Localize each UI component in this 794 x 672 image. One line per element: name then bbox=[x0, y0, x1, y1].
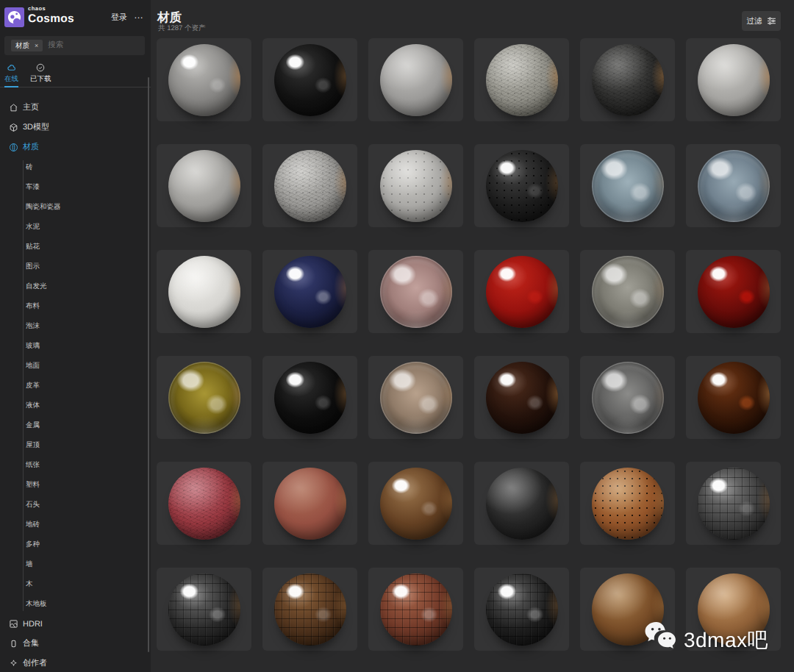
sidebar-subitem-玻璃[interactable]: 玻璃 bbox=[0, 336, 151, 356]
sidebar-subitem-自发光[interactable]: 自发光 bbox=[0, 276, 151, 296]
tag-close-icon[interactable]: × bbox=[35, 43, 38, 49]
tab-downloaded-label: 已下载 bbox=[30, 74, 51, 84]
material-card-terracotta-leather[interactable] bbox=[262, 462, 357, 545]
material-card-gray-croc[interactable] bbox=[686, 462, 781, 545]
material-sphere-gray-croc bbox=[698, 468, 770, 540]
material-card-black-perforated[interactable] bbox=[474, 144, 569, 227]
sidebar-subitem-多种[interactable]: 多种 bbox=[0, 535, 151, 554]
material-card-red-gloss[interactable] bbox=[474, 250, 569, 333]
material-sphere-navy-gloss bbox=[274, 256, 346, 328]
sidebar-subitem-纸张[interactable]: 纸张 bbox=[0, 455, 151, 475]
material-sphere-gray-crinkle bbox=[274, 150, 346, 222]
material-sphere-taupe-glass bbox=[380, 362, 452, 434]
material-card-brown-leather[interactable] bbox=[368, 462, 463, 545]
sidebar-subitem-金属[interactable]: 金属 bbox=[0, 415, 151, 435]
material-card-black-croc[interactable] bbox=[474, 568, 569, 651]
sidebar-subitem-木地板[interactable]: 木地板 bbox=[0, 594, 151, 614]
brand-cosmos: Cosmos bbox=[28, 13, 74, 25]
material-card-matte-white[interactable] bbox=[157, 250, 251, 333]
sidebar-subitem-液体[interactable]: 液体 bbox=[0, 396, 151, 415]
chaos-cosmos-logo[interactable] bbox=[4, 7, 24, 27]
material-card-polished-light-gray[interactable] bbox=[157, 38, 251, 121]
material-sphere-gray-crackle bbox=[486, 44, 558, 116]
sidebar-subitem-贴花[interactable]: 贴花 bbox=[0, 237, 151, 257]
sidebar-subitem-车漆[interactable]: 车漆 bbox=[0, 177, 151, 197]
material-card-espresso-gloss[interactable] bbox=[474, 356, 569, 439]
sidebar-subitem-地面[interactable]: 地面 bbox=[0, 356, 151, 376]
sidebar-subitem-地砖[interactable]: 地砖 bbox=[0, 515, 151, 535]
material-card-black-leather[interactable] bbox=[474, 462, 569, 545]
search-input[interactable]: 材质 × 搜索 bbox=[4, 36, 145, 55]
material-card-red-leather[interactable] bbox=[157, 462, 251, 545]
material-card-black-crackle[interactable] bbox=[580, 38, 675, 121]
material-sphere-polished-light-gray bbox=[168, 44, 240, 116]
sidebar-subitem-泡沫[interactable]: 泡沫 bbox=[0, 316, 151, 336]
material-sphere-brown-leather bbox=[380, 468, 452, 540]
material-card-dark-red-gloss[interactable] bbox=[686, 250, 781, 333]
filter-button-label: 过滤 bbox=[747, 16, 762, 26]
material-sphere-dark-amber-glass bbox=[698, 362, 770, 434]
sidebar-subitem-图示[interactable]: 图示 bbox=[0, 257, 151, 276]
sidebar-item-creators[interactable]: 创作者 bbox=[0, 654, 151, 672]
sidebar-item-materials[interactable]: 材质 bbox=[0, 137, 151, 157]
sidebar-subitem-砖[interactable]: 砖 bbox=[0, 157, 151, 177]
login-link[interactable]: 登录 bbox=[111, 12, 127, 24]
material-card-black-croc-tiles[interactable] bbox=[157, 568, 251, 651]
sidebar-item-label: HDRI bbox=[23, 620, 43, 629]
material-card-frosted-glass[interactable] bbox=[686, 144, 781, 227]
material-card-rose-glass[interactable] bbox=[368, 250, 463, 333]
material-sphere-matte-white bbox=[168, 256, 240, 328]
source-tabs: 在线 已下载 bbox=[0, 59, 151, 87]
material-card-clear-glass[interactable] bbox=[580, 144, 675, 227]
material-card-taupe-glass[interactable] bbox=[368, 356, 463, 439]
brand-chaos: chaos bbox=[28, 6, 74, 12]
sidebar-subitem-水泥[interactable]: 水泥 bbox=[0, 217, 151, 237]
material-sphere-light-gray-stucco bbox=[698, 44, 770, 116]
material-card-gray-crackle[interactable] bbox=[474, 38, 569, 121]
material-sphere-pale-glass bbox=[592, 362, 664, 434]
check-circle-icon bbox=[36, 63, 45, 72]
material-card-light-gray-stucco[interactable] bbox=[686, 38, 781, 121]
sidebar-scrollbar[interactable] bbox=[148, 77, 149, 652]
tab-online[interactable]: 在线 bbox=[4, 59, 18, 87]
sidebar-item-label: 材质 bbox=[23, 142, 39, 153]
sidebar-subitem-墙[interactable]: 墙 bbox=[0, 554, 151, 574]
material-card-glossy-black[interactable] bbox=[262, 38, 357, 121]
sidebar-header: chaos Cosmos 登录 … bbox=[0, 0, 151, 35]
more-menu-icon[interactable]: … bbox=[134, 15, 144, 20]
main-content: 材质 共 1287 个资产 过滤 bbox=[151, 0, 794, 672]
tab-downloaded[interactable]: 已下载 bbox=[30, 59, 51, 87]
sidebar-subitem-屋顶[interactable]: 屋顶 bbox=[0, 435, 151, 455]
material-card-smoke-glass[interactable] bbox=[580, 250, 675, 333]
sidebar-item-home[interactable]: 主页 bbox=[0, 98, 151, 118]
material-card-brown-croc-wood[interactable] bbox=[262, 568, 357, 651]
sidebar-subitem-塑料[interactable]: 塑料 bbox=[0, 475, 151, 495]
filter-button[interactable]: 过滤 bbox=[742, 11, 781, 31]
material-card-amber-glass[interactable] bbox=[157, 356, 251, 439]
material-sphere-glossy-black bbox=[274, 44, 346, 116]
material-card-pale-glass[interactable] bbox=[580, 356, 675, 439]
sidebar-item-collections[interactable]: 合集 bbox=[0, 634, 151, 654]
cosmos-logo-icon bbox=[7, 10, 22, 25]
sidebar-subitem-布料[interactable]: 布料 bbox=[0, 296, 151, 316]
material-card-redbrown-croc[interactable] bbox=[368, 568, 463, 651]
material-card-black-sparkle[interactable] bbox=[262, 356, 357, 439]
material-card-gray-perforated[interactable] bbox=[368, 144, 463, 227]
sidebar-subitem-皮革[interactable]: 皮革 bbox=[0, 376, 151, 396]
material-card-perforated-tan[interactable] bbox=[580, 462, 675, 545]
material-categories: 砖车漆陶瓷和瓷器水泥贴花图示自发光布料泡沫玻璃地面皮革液体金属屋顶纸张塑料石头地… bbox=[0, 157, 151, 614]
material-card-dark-amber-glass[interactable] bbox=[686, 356, 781, 439]
material-card-matte-light-gray[interactable] bbox=[368, 38, 463, 121]
material-card-navy-gloss[interactable] bbox=[262, 250, 357, 333]
sidebar-subitem-木[interactable]: 木 bbox=[0, 574, 151, 594]
material-card-gray-crinkle[interactable] bbox=[262, 144, 357, 227]
search-tag-label: 材质 bbox=[15, 41, 29, 51]
tab-online-label: 在线 bbox=[4, 74, 18, 84]
sidebar-item-hdri[interactable]: HDRI bbox=[0, 614, 151, 634]
sliders-icon bbox=[767, 16, 776, 26]
sidebar-subitem-石头[interactable]: 石头 bbox=[0, 495, 151, 515]
material-card-gray-plaster[interactable] bbox=[157, 144, 251, 227]
sidebar-subitem-陶瓷和瓷器[interactable]: 陶瓷和瓷器 bbox=[0, 197, 151, 217]
sidebar-item-3d-models[interactable]: 3D模型 bbox=[0, 118, 151, 137]
search-tag-chip[interactable]: 材质 × bbox=[11, 40, 43, 51]
